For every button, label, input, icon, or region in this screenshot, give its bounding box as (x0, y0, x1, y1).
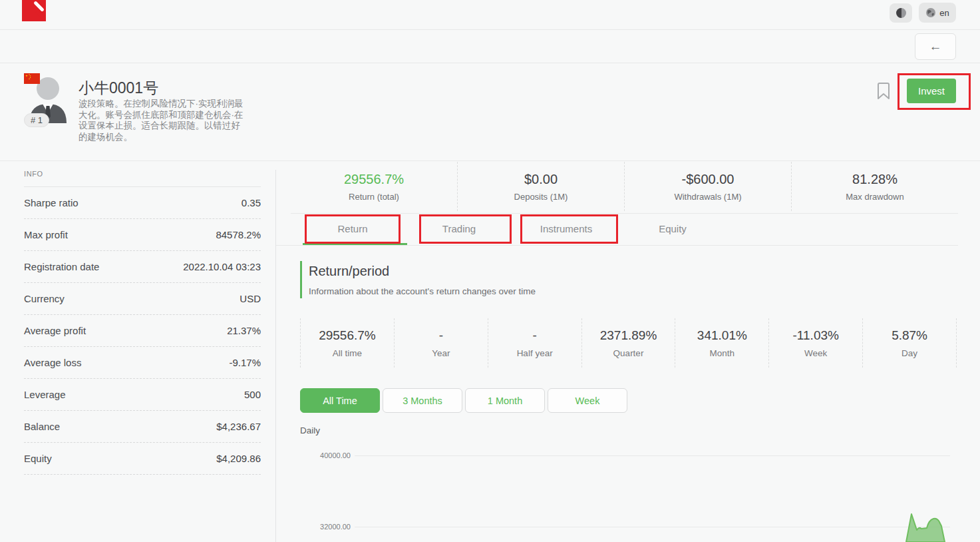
rank-badge: # 1 (24, 113, 49, 127)
period-label: All time (333, 348, 362, 358)
info-heading: INFO (24, 170, 261, 187)
stat-max-drawdown: 81.28% Max drawdown (791, 162, 958, 211)
globe-icon (925, 7, 936, 18)
stat-label: Withdrawals (1M) (674, 192, 741, 202)
account-title: 小牛0001号 (79, 78, 158, 99)
stat-label: Return (total) (349, 192, 399, 202)
language-label: en (939, 8, 949, 18)
tab-equity[interactable]: Equity (619, 213, 726, 245)
period-value: 341.01% (697, 328, 747, 343)
y-axis-tick: 40000.00 (284, 451, 351, 459)
subheader-divider (0, 63, 980, 63)
stat-deposits: $0.00 Deposits (1M) (457, 162, 624, 211)
tab-instruments[interactable]: Instruments (513, 213, 619, 245)
info-value: 0.35 (242, 197, 261, 208)
info-value: 84578.2% (216, 229, 261, 240)
stats-row: 29556.7% Return (total) $0.00 Deposits (… (291, 162, 958, 211)
period-label: Half year (517, 348, 553, 358)
info-label: Max profit (24, 229, 68, 240)
info-value: $4,209.86 (216, 453, 261, 464)
header-divider (0, 29, 980, 30)
period-label: Quarter (613, 348, 644, 358)
back-arrow-icon: ← (929, 39, 942, 54)
period-value: 29556.7% (319, 328, 376, 343)
period-label: Week (804, 348, 827, 358)
info-row: Leverage 500 (24, 379, 261, 411)
gridline (355, 455, 950, 456)
period-half-year: - Half year (488, 318, 581, 368)
stat-withdrawals: -$600.00 Withdrawals (1M) (624, 162, 791, 211)
account-description: 波段策略。在控制风险情况下·实现利润最大化。账号会抓住底部和顶部建仓机会·在设置… (79, 99, 249, 142)
gridline (355, 527, 950, 527)
stat-return-total: 29556.7% Return (total) (291, 162, 457, 211)
info-row: Sharpe ratio 0.35 (24, 187, 261, 219)
range-button-1-month[interactable]: 1 Month (465, 388, 545, 413)
back-button[interactable]: ← (915, 33, 956, 60)
info-label: Currency (24, 293, 65, 304)
info-value: 2022.10.04 03:23 (183, 261, 261, 272)
info-value: 500 (244, 389, 261, 400)
info-panel: INFO Sharpe ratio 0.35 Max profit 84578.… (24, 170, 261, 475)
content-divider (275, 170, 276, 542)
period-value: - (439, 328, 443, 343)
profile-divider (0, 160, 980, 161)
info-value: $4,236.67 (216, 421, 261, 432)
tab-return[interactable]: Return (299, 213, 406, 245)
range-button-week[interactable]: Week (548, 388, 627, 413)
language-button[interactable]: en (919, 3, 956, 23)
info-label: Registration date (24, 261, 99, 272)
theme-toggle-button[interactable] (890, 3, 912, 23)
period-week: -11.03% Week (768, 318, 862, 368)
bookmark-icon[interactable] (877, 82, 890, 100)
info-value: 21.37% (227, 325, 261, 336)
period-value: - (532, 328, 536, 343)
section-accent-bar (300, 261, 302, 298)
info-value: USD (240, 293, 261, 304)
info-row: Average profit 21.37% (24, 315, 261, 347)
y-axis-tick: 32000.00 (284, 523, 351, 531)
period-label: Month (710, 348, 735, 358)
half-moon-icon (896, 8, 906, 18)
china-flag-icon (24, 73, 40, 84)
stat-value: 29556.7% (344, 172, 404, 187)
section-subtitle: Information about the account's return c… (309, 286, 536, 296)
period-value: 2371.89% (600, 328, 657, 343)
info-row: Balance $4,236.67 (24, 411, 261, 443)
period-month: 341.01% Month (675, 318, 768, 368)
info-row: Average loss -9.17% (24, 347, 261, 379)
period-value: 5.87% (892, 328, 927, 343)
section-title: Return/period (309, 264, 389, 279)
stat-value: $0.00 (524, 172, 558, 187)
period-label: Day (901, 348, 917, 358)
invest-button[interactable]: Invest (907, 79, 956, 103)
period-quarter: 2371.89% Quarter (581, 318, 675, 368)
info-label: Balance (24, 421, 60, 432)
period-label: Year (432, 348, 450, 358)
stat-label: Max drawdown (846, 192, 903, 202)
tabs-divider (276, 245, 958, 246)
copy-trading-account-page: en ← # 1 小牛0001号 波段策略。在控制风险情况下·实现利润最大化。账… (0, 0, 980, 542)
info-label: Sharpe ratio (24, 197, 79, 208)
info-value: -9.17% (229, 357, 261, 368)
info-label: Average profit (24, 325, 86, 336)
equity-curve-spike (903, 512, 947, 542)
stat-value: -$600.00 (682, 172, 735, 187)
info-row: Max profit 84578.2% (24, 219, 261, 251)
info-label: Leverage (24, 389, 66, 400)
period-stats: 29556.7% All time - Year - Half year 237… (300, 318, 957, 368)
range-button-3-months[interactable]: 3 Months (383, 388, 462, 413)
range-button-all-time[interactable]: All Time (300, 388, 380, 413)
stat-label: Deposits (1M) (514, 192, 568, 202)
stat-value: 81.28% (852, 172, 898, 187)
info-label: Average loss (24, 357, 81, 368)
chart-frequency-label: Daily (300, 425, 320, 435)
logo-icon[interactable] (22, 0, 47, 23)
info-row: Equity $4,209.86 (24, 443, 261, 475)
period-year: - Year (394, 318, 488, 368)
info-row: Currency USD (24, 283, 261, 315)
period-day: 5.87% Day (862, 318, 956, 368)
info-row: Registration date 2022.10.04 03:23 (24, 251, 261, 283)
period-all-time: 29556.7% All time (300, 318, 394, 368)
period-value: -11.03% (793, 328, 839, 343)
tab-trading[interactable]: Trading (406, 213, 512, 245)
